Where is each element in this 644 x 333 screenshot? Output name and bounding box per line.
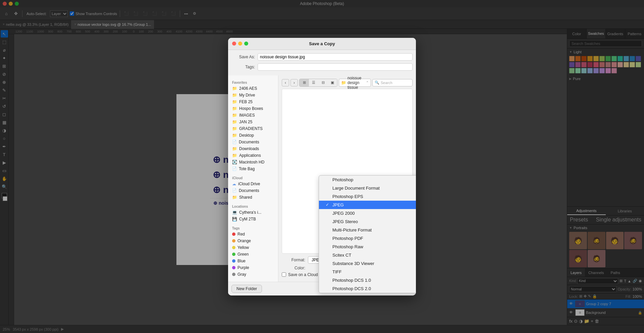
format-option-jpeg-2000[interactable]: JPEG 2000 bbox=[319, 209, 416, 217]
sidebar-item-label: Hospo Boxes bbox=[239, 106, 263, 111]
sidebar-item-documents[interactable]: 📄 Documents bbox=[228, 139, 278, 145]
location-bar[interactable]: 📁 noissue design tissue ⌃ bbox=[339, 79, 371, 87]
sidebar-item-tag-yellow[interactable]: Yellow bbox=[228, 244, 278, 251]
save-as-input[interactable] bbox=[258, 53, 413, 61]
format-option-label: JPEG 2000 bbox=[332, 211, 355, 216]
list-view-button[interactable]: ☰ bbox=[309, 79, 318, 86]
tag-label-gray: Gray bbox=[237, 272, 246, 277]
sidebar-item-label: FEB 25 bbox=[239, 99, 253, 104]
format-option-photoshop-eps[interactable]: Photoshop EPS bbox=[319, 192, 416, 201]
sidebar-item-icloud-documents[interactable]: 📄 Documents bbox=[228, 187, 278, 194]
tag-dot-red bbox=[232, 232, 235, 236]
sidebar-item-label: 2406 AES bbox=[239, 86, 257, 91]
sidebar-item-macintosh-hd[interactable]: 💽 Macintosh HD bbox=[228, 159, 278, 165]
sidebar-item-icloud-drive[interactable]: ☁ iCloud Drive bbox=[228, 181, 278, 187]
folder-icon: 📁 bbox=[232, 126, 237, 131]
tag-dot-yellow bbox=[232, 246, 235, 249]
sidebar-item-label: JAN 25 bbox=[239, 120, 252, 124]
tags-input[interactable] bbox=[258, 63, 413, 71]
sidebar-item-tag-blue[interactable]: Blue bbox=[228, 258, 278, 264]
sidebar-item-cythera[interactable]: 💻 Cythera's i... bbox=[228, 209, 278, 216]
format-option-jpeg[interactable]: ✓JPEG bbox=[319, 201, 416, 209]
sidebar-item-2406aes[interactable]: 📁 2406 AES bbox=[228, 85, 278, 92]
sidebar-item-feb25[interactable]: 📁 FEB 25 bbox=[228, 98, 278, 105]
tags-row: Tags: bbox=[231, 63, 413, 71]
search-bar[interactable]: 🔍 Search bbox=[372, 79, 413, 86]
sidebar-item-label: Downloads bbox=[239, 146, 259, 151]
sidebar-item-desktop[interactable]: 📁 Desktop bbox=[228, 132, 278, 139]
modal-close-button[interactable] bbox=[232, 42, 236, 46]
locations-section: Locations 💻 Cythera's i... 💾 CyM 2TB bbox=[228, 202, 278, 224]
modal-minimize-button[interactable] bbox=[238, 42, 242, 46]
sidebar-item-gradients[interactable]: 📁 GRADIENTS bbox=[228, 125, 278, 132]
folder-icon: 📁 bbox=[232, 86, 237, 91]
format-option-large-document-format[interactable]: Large Document Format bbox=[319, 184, 416, 192]
format-option-photoshop[interactable]: Photoshop bbox=[319, 176, 416, 184]
color-label: Color: bbox=[282, 266, 305, 270]
format-option-multi-picture-format[interactable]: Multi-Picture Format bbox=[319, 226, 416, 234]
tag-dot-blue bbox=[232, 259, 235, 263]
sidebar-item-mydrive[interactable]: 📁 My Drive bbox=[228, 92, 278, 98]
sidebar-item-icloud-shared[interactable]: 📁 Shared bbox=[228, 194, 278, 201]
sidebar-item-label: Documents bbox=[239, 188, 259, 193]
sidebar-item-hospoboxes[interactable]: 📁 Hospo Boxes bbox=[228, 105, 278, 112]
tag-dot-orange bbox=[232, 239, 235, 243]
icloud-section: iCloud ☁ iCloud Drive 📄 Documents 📁 Shar… bbox=[228, 174, 278, 202]
modal-traffic-lights bbox=[232, 42, 248, 46]
format-option-label: Photoshop DCS 1.0 bbox=[332, 278, 371, 283]
sidebar-item-label: Macintosh HD bbox=[239, 160, 264, 164]
cloud-save-checkbox[interactable] bbox=[282, 272, 286, 277]
format-option-jpeg-stereo[interactable]: JPEG Stereo bbox=[319, 217, 416, 226]
folder-icon: 📁 bbox=[232, 120, 237, 124]
file-icon: 📄 bbox=[232, 166, 237, 171]
modal-nav-bar: ‹ › ⊞ ☰ ⊟ ▣ 📁 noissue design tissue ⌃ bbox=[282, 79, 413, 87]
sidebar-item-images[interactable]: 📁 IMAGES bbox=[228, 112, 278, 119]
locations-label: Locations bbox=[228, 203, 278, 209]
sidebar-item-jan25[interactable]: 📁 JAN 25 bbox=[228, 119, 278, 125]
format-option-label: Photoshop Raw bbox=[332, 244, 363, 249]
sidebar-item-totebag[interactable]: 📄 Tote Bag bbox=[228, 165, 278, 172]
sidebar-item-tag-orange[interactable]: Orange bbox=[228, 238, 278, 244]
sidebar-item-label: iCloud Drive bbox=[238, 182, 260, 186]
sidebar-item-cym2tb[interactable]: 💾 CyM 2TB bbox=[228, 216, 278, 222]
format-option-photoshop-pdf[interactable]: Photoshop PDF bbox=[319, 234, 416, 243]
file-icon: 📄 bbox=[232, 140, 237, 144]
format-option-substance-3d-viewer[interactable]: Substance 3D Viewer bbox=[319, 259, 416, 268]
save-copy-modal: Save a Copy Save As: Tags: Favorites 📁 bbox=[228, 38, 416, 295]
format-dropdown-popup: PhotoshopLarge Document FormatPhotoshop … bbox=[319, 175, 416, 293]
format-option-photoshop-raw[interactable]: Photoshop Raw bbox=[319, 243, 416, 251]
nav-back-button[interactable]: ‹ bbox=[282, 79, 289, 86]
tag-dot-purple bbox=[232, 266, 235, 269]
format-option-tiff[interactable]: TIFF bbox=[319, 268, 416, 276]
sidebar-item-label: My Drive bbox=[239, 93, 255, 97]
view-toggle-group: ⊞ ☰ ⊟ ▣ bbox=[299, 79, 337, 87]
favorites-label: Favorites bbox=[228, 79, 278, 85]
sidebar-item-tag-purple[interactable]: Purple bbox=[228, 264, 278, 271]
sidebar-item-label: Applications bbox=[239, 153, 261, 158]
modal-maximize-button[interactable] bbox=[244, 42, 248, 46]
format-option-label: Photoshop PDF bbox=[332, 236, 363, 241]
sidebar-item-tag-green[interactable]: Green bbox=[228, 251, 278, 258]
gallery-view-button[interactable]: ▣ bbox=[328, 79, 337, 86]
format-option-label: Scitex CT bbox=[332, 253, 351, 258]
column-view-button[interactable]: ⊟ bbox=[318, 79, 328, 86]
grid-view-button[interactable]: ⊞ bbox=[300, 79, 309, 86]
location-path: noissue design tissue bbox=[347, 76, 365, 90]
folder-icon: 📁 bbox=[232, 146, 237, 151]
sidebar-item-tag-red[interactable]: Red bbox=[228, 231, 278, 238]
folder-icon: 📁 bbox=[232, 106, 237, 111]
tags-section-label: Tags bbox=[228, 225, 278, 231]
format-option-photoshop-dcs-2.0[interactable]: Photoshop DCS 2.0 bbox=[319, 284, 416, 293]
sidebar-item-label: CyM 2TB bbox=[239, 217, 256, 221]
sidebar-item-tag-gray[interactable]: Gray bbox=[228, 271, 278, 278]
format-option-photoshop-dcs-1.0[interactable]: Photoshop DCS 1.0 bbox=[319, 276, 416, 284]
location-expand-icon[interactable]: ⌃ bbox=[366, 81, 369, 84]
folder-icon: 📁 bbox=[232, 153, 237, 158]
nav-forward-button[interactable]: › bbox=[290, 79, 298, 86]
drive-icon-2: 💾 bbox=[232, 217, 237, 221]
sidebar-item-applications[interactable]: 📁 Applications bbox=[228, 152, 278, 159]
sidebar-item-downloads[interactable]: 📁 Downloads bbox=[228, 145, 278, 152]
new-folder-button[interactable]: New Folder bbox=[231, 285, 262, 293]
format-option-label: Multi-Picture Format bbox=[332, 227, 372, 232]
format-option-scitex-ct[interactable]: Scitex CT bbox=[319, 251, 416, 259]
